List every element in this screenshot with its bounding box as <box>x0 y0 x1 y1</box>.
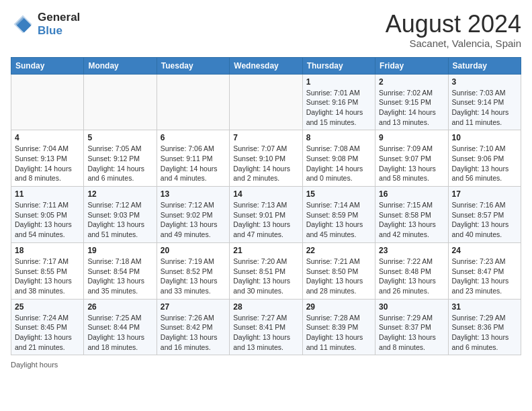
day-number: 18 <box>15 246 80 255</box>
day-number: 9 <box>379 133 444 142</box>
day-number: 20 <box>161 246 226 255</box>
day-info: Sunrise: 7:15 AMSunset: 8:58 PMDaylight:… <box>379 200 444 240</box>
day-info: Sunrise: 7:06 AMSunset: 9:11 PMDaylight:… <box>161 144 226 183</box>
calendar-cell: 30Sunrise: 7:29 AMSunset: 8:37 PMDayligh… <box>375 299 448 355</box>
day-info: Sunrise: 7:26 AMSunset: 8:42 PMDaylight:… <box>161 313 226 353</box>
calendar-cell: 26Sunrise: 7:25 AMSunset: 8:44 PMDayligh… <box>84 299 157 355</box>
day-info: Sunrise: 7:24 AMSunset: 8:45 PMDaylight:… <box>15 313 80 353</box>
calendar-cell <box>11 74 84 130</box>
day-info: Sunrise: 7:07 AMSunset: 9:10 PMDaylight:… <box>233 144 298 183</box>
day-number: 5 <box>87 133 152 142</box>
calendar-header-saturday: Saturday <box>448 57 521 74</box>
day-number: 11 <box>15 189 80 199</box>
day-info: Sunrise: 7:09 AMSunset: 9:07 PMDaylight:… <box>379 144 444 183</box>
calendar-cell: 11Sunrise: 7:11 AMSunset: 9:05 PMDayligh… <box>11 187 84 243</box>
calendar-cell: 14Sunrise: 7:13 AMSunset: 9:01 PMDayligh… <box>230 187 302 243</box>
day-number: 17 <box>452 189 517 199</box>
calendar-cell: 24Sunrise: 7:23 AMSunset: 8:47 PMDayligh… <box>448 242 521 299</box>
day-number: 22 <box>306 246 371 255</box>
day-number: 15 <box>306 189 371 199</box>
day-number: 29 <box>306 302 371 312</box>
calendar-cell: 10Sunrise: 7:10 AMSunset: 9:06 PMDayligh… <box>448 130 521 187</box>
calendar-cell: 6Sunrise: 7:06 AMSunset: 9:11 PMDaylight… <box>157 130 229 187</box>
day-info: Sunrise: 7:16 AMSunset: 8:57 PMDaylight:… <box>452 200 517 240</box>
calendar-week-1: 1Sunrise: 7:01 AMSunset: 9:16 PMDaylight… <box>11 74 521 130</box>
day-number: 6 <box>161 133 226 142</box>
day-number: 31 <box>452 302 517 312</box>
logo-text: General Blue <box>38 11 80 37</box>
location-subtitle: Sacanet, Valencia, Spain <box>386 38 521 49</box>
calendar-week-2: 4Sunrise: 7:04 AMSunset: 9:13 PMDaylight… <box>11 130 521 187</box>
calendar-header-wednesday: Wednesday <box>230 57 302 74</box>
day-info: Sunrise: 7:14 AMSunset: 8:59 PMDaylight:… <box>306 200 371 240</box>
calendar-cell: 13Sunrise: 7:12 AMSunset: 9:02 PMDayligh… <box>157 187 229 243</box>
day-info: Sunrise: 7:29 AMSunset: 8:36 PMDaylight:… <box>452 313 517 353</box>
calendar-cell <box>157 74 229 130</box>
calendar-cell: 18Sunrise: 7:17 AMSunset: 8:55 PMDayligh… <box>11 242 84 299</box>
calendar-week-4: 18Sunrise: 7:17 AMSunset: 8:55 PMDayligh… <box>11 242 521 299</box>
day-number: 30 <box>379 302 444 312</box>
day-info: Sunrise: 7:02 AMSunset: 9:15 PMDaylight:… <box>379 88 444 128</box>
calendar-header-monday: Monday <box>84 57 157 74</box>
day-number: 23 <box>379 246 444 255</box>
day-number: 19 <box>87 246 152 255</box>
calendar-header-friday: Friday <box>375 57 448 74</box>
day-info: Sunrise: 7:17 AMSunset: 8:55 PMDaylight:… <box>15 257 80 296</box>
calendar-header-tuesday: Tuesday <box>157 57 229 74</box>
day-number: 7 <box>233 133 298 142</box>
day-info: Sunrise: 7:19 AMSunset: 8:52 PMDaylight:… <box>161 257 226 296</box>
day-info: Sunrise: 7:01 AMSunset: 9:16 PMDaylight:… <box>306 88 371 128</box>
calendar-cell <box>230 74 302 130</box>
calendar-cell: 27Sunrise: 7:26 AMSunset: 8:42 PMDayligh… <box>157 299 229 355</box>
day-number: 4 <box>15 133 80 142</box>
day-info: Sunrise: 7:13 AMSunset: 9:01 PMDaylight:… <box>233 200 298 240</box>
day-number: 25 <box>15 302 80 312</box>
day-number: 1 <box>306 77 371 87</box>
calendar-cell: 16Sunrise: 7:15 AMSunset: 8:58 PMDayligh… <box>375 187 448 243</box>
calendar-cell: 7Sunrise: 7:07 AMSunset: 9:10 PMDaylight… <box>230 130 302 187</box>
calendar-cell: 23Sunrise: 7:22 AMSunset: 8:48 PMDayligh… <box>375 242 448 299</box>
day-info: Sunrise: 7:08 AMSunset: 9:08 PMDaylight:… <box>306 144 371 183</box>
day-number: 14 <box>233 189 298 199</box>
logo-icon <box>11 12 35 36</box>
calendar-header-row: SundayMondayTuesdayWednesdayThursdayFrid… <box>11 57 521 74</box>
logo: General Blue <box>11 11 80 37</box>
month-year-title: August 2024 <box>386 11 521 38</box>
calendar-cell: 3Sunrise: 7:03 AMSunset: 9:14 PMDaylight… <box>448 74 521 130</box>
day-info: Sunrise: 7:05 AMSunset: 9:12 PMDaylight:… <box>87 144 152 183</box>
day-info: Sunrise: 7:29 AMSunset: 8:37 PMDaylight:… <box>379 313 444 353</box>
calendar-cell: 31Sunrise: 7:29 AMSunset: 8:36 PMDayligh… <box>448 299 521 355</box>
day-info: Sunrise: 7:22 AMSunset: 8:48 PMDaylight:… <box>379 257 444 296</box>
calendar-week-5: 25Sunrise: 7:24 AMSunset: 8:45 PMDayligh… <box>11 299 521 355</box>
calendar-cell: 17Sunrise: 7:16 AMSunset: 8:57 PMDayligh… <box>448 187 521 243</box>
day-info: Sunrise: 7:27 AMSunset: 8:41 PMDaylight:… <box>233 313 298 353</box>
day-number: 2 <box>379 77 444 87</box>
day-info: Sunrise: 7:10 AMSunset: 9:06 PMDaylight:… <box>452 144 517 183</box>
title-block: August 2024 Sacanet, Valencia, Spain <box>386 11 521 49</box>
day-number: 24 <box>452 246 517 255</box>
calendar-cell: 15Sunrise: 7:14 AMSunset: 8:59 PMDayligh… <box>302 187 375 243</box>
calendar-cell: 19Sunrise: 7:18 AMSunset: 8:54 PMDayligh… <box>84 242 157 299</box>
calendar-cell: 9Sunrise: 7:09 AMSunset: 9:07 PMDaylight… <box>375 130 448 187</box>
day-info: Sunrise: 7:18 AMSunset: 8:54 PMDaylight:… <box>87 257 152 296</box>
calendar-header-thursday: Thursday <box>302 57 375 74</box>
day-info: Sunrise: 7:20 AMSunset: 8:51 PMDaylight:… <box>233 257 298 296</box>
day-number: 28 <box>233 302 298 312</box>
calendar-cell: 12Sunrise: 7:12 AMSunset: 9:03 PMDayligh… <box>84 187 157 243</box>
calendar-cell: 29Sunrise: 7:28 AMSunset: 8:39 PMDayligh… <box>302 299 375 355</box>
day-number: 26 <box>87 302 152 312</box>
day-number: 16 <box>379 189 444 199</box>
calendar-cell <box>84 74 157 130</box>
calendar-cell: 8Sunrise: 7:08 AMSunset: 9:08 PMDaylight… <box>302 130 375 187</box>
calendar-header-sunday: Sunday <box>11 57 84 74</box>
day-number: 10 <box>452 133 517 142</box>
calendar-week-3: 11Sunrise: 7:11 AMSunset: 9:05 PMDayligh… <box>11 187 521 243</box>
day-info: Sunrise: 7:12 AMSunset: 9:03 PMDaylight:… <box>87 200 152 240</box>
footer-note: Daylight hours <box>11 361 521 369</box>
calendar-cell: 4Sunrise: 7:04 AMSunset: 9:13 PMDaylight… <box>11 130 84 187</box>
day-number: 13 <box>161 189 226 199</box>
day-info: Sunrise: 7:03 AMSunset: 9:14 PMDaylight:… <box>452 88 517 128</box>
day-info: Sunrise: 7:11 AMSunset: 9:05 PMDaylight:… <box>15 200 80 240</box>
calendar-cell: 22Sunrise: 7:21 AMSunset: 8:50 PMDayligh… <box>302 242 375 299</box>
calendar-cell: 28Sunrise: 7:27 AMSunset: 8:41 PMDayligh… <box>230 299 302 355</box>
